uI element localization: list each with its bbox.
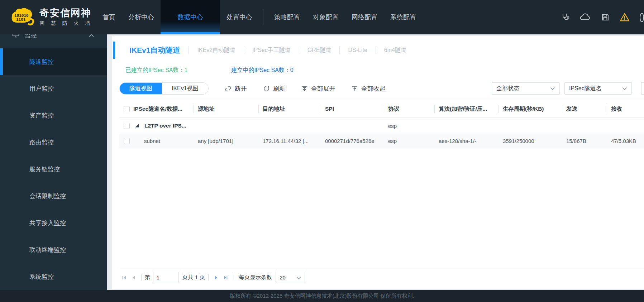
sidebar-item-service-chain-monitor[interactable]: 服务链监控 bbox=[0, 156, 107, 183]
sidebar-item-session-limit-monitor[interactable]: 会话限制监控 bbox=[0, 183, 107, 210]
nav-divider bbox=[263, 9, 263, 25]
tab-6in4-tunnel[interactable]: 6in4隧道 bbox=[376, 47, 415, 54]
group-row-checkbox[interactable] bbox=[124, 123, 130, 129]
chevron-up-icon bbox=[89, 34, 94, 39]
monitor-icon bbox=[12, 34, 19, 39]
col-sent: 发送 bbox=[562, 105, 607, 113]
svg-text:1101: 1101 bbox=[16, 17, 26, 22]
brand-text: 奇安信网神 智 慧 防 火 墙 bbox=[39, 8, 93, 27]
sidebar-item-route-monitor[interactable]: 路由监控 bbox=[0, 129, 107, 156]
save-icon[interactable] bbox=[601, 13, 610, 21]
cell-destination-address: 172.16.11.44/32 [... bbox=[258, 138, 321, 144]
tunnel-view-button[interactable]: 隧道视图 bbox=[120, 83, 162, 94]
per-page-select[interactable]: 20 bbox=[276, 272, 305, 283]
sa-established-count: 已建立的IPSec SA数：1 bbox=[125, 67, 187, 74]
sidebar-item-asset-monitor[interactable]: 资产监控 bbox=[0, 102, 107, 129]
sidebar-item-shared-access-monitor[interactable]: 共享接入监控 bbox=[0, 210, 107, 236]
cell-protocol: esp bbox=[384, 138, 434, 144]
col-spi: SPI bbox=[321, 106, 384, 112]
brand-subtitle: 智 慧 防 火 墙 bbox=[39, 20, 93, 27]
broken-link-icon bbox=[225, 85, 232, 92]
partial-circle-icon[interactable] bbox=[640, 12, 644, 23]
cloud-icon[interactable] bbox=[579, 13, 591, 21]
filter-controls: 全部状态 IPSec隧道名 bbox=[492, 82, 644, 95]
tab-ds-lite[interactable]: DS-Lite bbox=[340, 47, 375, 53]
chevron-down-icon bbox=[622, 85, 627, 92]
top-header-bar: 101010 1101 奇安信网神 智 慧 防 火 墙 首页 分析中心 数据中心… bbox=[0, 0, 644, 34]
col-tunnel-name: IPSec隧道名/数据... bbox=[133, 105, 182, 113]
refresh-icon bbox=[263, 85, 270, 92]
last-page-button[interactable] bbox=[221, 275, 230, 280]
nav-item-system-config[interactable]: 系统配置 bbox=[384, 0, 423, 34]
col-destination-address: 目的地址 bbox=[258, 105, 321, 113]
sidebar-item-system-monitor[interactable]: 系统监控 bbox=[0, 263, 107, 290]
tab-ikev1-auto-tunnel[interactable]: IKEv1自动隧道 bbox=[121, 45, 189, 55]
disconnect-button[interactable]: 断开 bbox=[225, 85, 247, 93]
nav-item-disposal-center[interactable]: 处置中心 bbox=[220, 0, 259, 34]
nav-item-data-center[interactable]: 数据中心 bbox=[161, 0, 220, 34]
warning-icon[interactable] bbox=[620, 13, 630, 22]
select-all-checkbox[interactable] bbox=[124, 106, 130, 112]
col-algorithm: 算法(加密/验证/压... bbox=[434, 105, 498, 113]
nav-item-home[interactable]: 首页 bbox=[96, 0, 122, 34]
col-protocol: 协议 bbox=[384, 105, 434, 113]
brand: 101010 1101 奇安信网神 智 慧 防 火 墙 bbox=[0, 0, 96, 34]
per-page-label: 每页显示条数 bbox=[239, 274, 272, 281]
tunnel-name-filter-select[interactable]: IPSec隧道名 bbox=[564, 82, 632, 95]
tree-expanded-icon[interactable] bbox=[135, 123, 139, 129]
brand-title: 奇安信网神 bbox=[39, 8, 93, 19]
chevron-down-icon bbox=[296, 274, 301, 281]
sidebar-menu: 隧道监控 用户监控 资产监控 路由监控 服务链监控 会话限制监控 共享接入监控 … bbox=[0, 41, 107, 290]
col-lifetime: 生存周期(秒/KB) bbox=[498, 105, 562, 113]
tab-ipsec-manual-tunnel[interactable]: IPSec手工隧道 bbox=[244, 47, 299, 54]
collapse-all-icon bbox=[352, 85, 358, 92]
sa-establishing-count: 建立中的IPSec SA数：0 bbox=[231, 67, 293, 74]
content-area: IKEv1自动隧道 IKEv2自动隧道 IPSec手工隧道 GRE隧道 DS-L… bbox=[107, 34, 644, 290]
sidebar-group-monitoring[interactable]: 监控 bbox=[0, 34, 107, 41]
collapse-all-button[interactable]: 全部收起 bbox=[352, 85, 386, 93]
next-page-button[interactable] bbox=[212, 275, 221, 280]
expand-all-icon bbox=[301, 85, 308, 92]
ikev1-view-button[interactable]: IKEv1视图 bbox=[162, 83, 208, 94]
refresh-button[interactable]: 刷新 bbox=[263, 85, 285, 93]
tab-ikev2-auto-tunnel[interactable]: IKEv2自动隧道 bbox=[189, 47, 244, 54]
previous-page-button[interactable] bbox=[129, 275, 138, 280]
row-checkbox[interactable] bbox=[124, 138, 130, 144]
sidebar-item-user-monitor[interactable]: 用户监控 bbox=[0, 75, 107, 102]
table-row[interactable]: subnet any [udp/1701] 172.16.11.44/32 [.… bbox=[119, 134, 644, 148]
chevron-down-icon bbox=[550, 85, 555, 92]
tab-gre-tunnel[interactable]: GRE隧道 bbox=[299, 47, 340, 54]
cell-algorithm: aes-128/sha-1/- bbox=[434, 138, 498, 144]
view-toggle-group: 隧道视图 IKEv1视图 bbox=[119, 82, 209, 95]
tunnel-table: IPSec隧道名/数据... 源地址 目的地址 SPI 协议 算法(加密/验证/… bbox=[119, 100, 644, 148]
footer-bar: 版权所有 ©2012-2025 奇安信网神信息技术(北京)股份有限公司 保留所有… bbox=[0, 290, 644, 302]
status-filter-select[interactable]: 全部状态 bbox=[492, 82, 560, 95]
clipped-control-sliver bbox=[641, 82, 644, 95]
page-number-input[interactable] bbox=[153, 272, 179, 283]
cell-spi: 0000271d/776a526e bbox=[321, 138, 384, 144]
tunnel-tab-bar: IKEv1自动隧道 IKEv2自动隧道 IPSec手工隧道 GRE隧道 DS-L… bbox=[112, 40, 644, 61]
cell-tunnel-name: subnet bbox=[144, 138, 160, 144]
pagination-bar: 第 页共 1 页 每页显示条数 20 bbox=[119, 267, 644, 283]
copyright-text: 版权所有 ©2012-2025 奇安信网神信息技术(北京)股份有限公司 保留所有… bbox=[230, 293, 414, 299]
content-card: IKEv1自动隧道 IKEv2自动隧道 IPSec手工隧道 GRE隧道 DS-L… bbox=[112, 36, 644, 289]
nav-item-analysis-center[interactable]: 分析中心 bbox=[122, 0, 161, 34]
sidebar-group-label: 监控 bbox=[25, 34, 37, 39]
main-row: 监控 隧道监控 用户监控 资产监控 路由监控 服务链监控 会话限制监控 共享接入… bbox=[0, 34, 644, 290]
table-group-row[interactable]: L2TP over IPS... esp bbox=[119, 118, 644, 134]
nav-item-network-config[interactable]: 网络配置 bbox=[345, 0, 384, 34]
main-nav: 首页 分析中心 数据中心 处置中心 策略配置 对象配置 网络配置 系统配置 bbox=[96, 0, 423, 34]
nav-item-object-config[interactable]: 对象配置 bbox=[306, 0, 345, 34]
cell-lifetime: 3591/250000 bbox=[498, 138, 562, 144]
stethoscope-icon[interactable] bbox=[561, 13, 569, 21]
nav-item-policy-config[interactable]: 策略配置 bbox=[268, 0, 306, 34]
page-info-label: 页共 1 页 bbox=[182, 274, 205, 281]
logo-tiger-icon: 101010 1101 bbox=[10, 6, 34, 28]
first-page-button[interactable] bbox=[119, 275, 129, 280]
expand-all-button[interactable]: 全部展开 bbox=[301, 85, 335, 93]
cell-received: 47/5.03KB bbox=[607, 138, 644, 144]
sidebar-item-tunnel-monitor[interactable]: 隧道监控 bbox=[0, 48, 107, 75]
cell-sent: 15/867B bbox=[562, 138, 607, 144]
sidebar-item-linked-terminal-monitor[interactable]: 联动终端监控 bbox=[0, 236, 107, 263]
page-prefix-label: 第 bbox=[145, 274, 151, 281]
